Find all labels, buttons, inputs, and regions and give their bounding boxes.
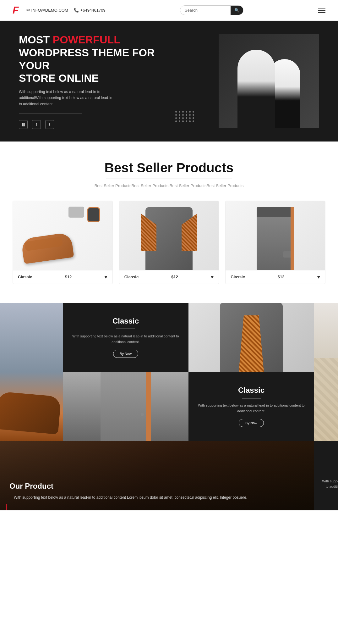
classic3-desc: With supporting text below as a natural … <box>322 479 338 490</box>
phone-icon: 📞 <box>74 8 79 13</box>
header: F ✉ INFO@DEMO.COM 📞 +6494461709 🔍 <box>0 0 338 21</box>
product-footer-shoes: Classic $12 ♥ <box>13 270 112 284</box>
collage-shoe-left <box>0 391 61 434</box>
pants-belt <box>291 207 294 270</box>
collage-classic-3: Classic With supporting text below as a … <box>314 441 338 510</box>
collage-cell-light <box>314 303 338 441</box>
email-contact: ✉ INFO@DEMO.COM <box>26 8 68 13</box>
hero-title-line3: STORE ONLINE <box>19 72 99 84</box>
hero-title: MOST POWERFULL WORDPRESS THEME FOR YOUR … <box>19 33 169 85</box>
hero-section: MOST POWERFULL WORDPRESS THEME FOR YOUR … <box>0 21 338 142</box>
phone-text: +6494461709 <box>80 8 106 13</box>
hamburger-menu[interactable] <box>318 8 325 13</box>
search-input[interactable] <box>180 6 231 14</box>
product-name-jacket: Classic <box>124 275 139 279</box>
product-image-shoes <box>13 201 112 270</box>
collage-our-product: Our Product With supporting text below a… <box>0 441 314 510</box>
watch-decoration <box>87 207 100 222</box>
products-grid: Classic $12 ♥ Classic $12 ♥ <box>13 201 325 284</box>
classic2-desc: With supporting text below as a natural … <box>196 403 307 414</box>
hero-image-area <box>169 34 319 128</box>
facebook-icon[interactable]: f <box>32 120 41 129</box>
jeans-denim <box>0 303 63 353</box>
hero-title-line2: WORDPRESS THEME FOR YOUR <box>19 47 155 71</box>
product-card-pants: Classic $12 ♥ <box>225 201 325 284</box>
email-text: INFO@DEMO.COM <box>31 8 68 13</box>
dots-pattern <box>175 111 194 122</box>
collage-cell-pants <box>63 372 188 441</box>
collage-pants-belt <box>146 372 151 441</box>
our-product-desc: With supporting text below as a natural … <box>14 494 305 501</box>
person-male <box>237 50 275 128</box>
hero-divider <box>19 114 82 114</box>
search-button[interactable]: 🔍 <box>231 6 243 15</box>
shoe-decoration <box>21 232 74 264</box>
classic2-divider <box>242 398 261 398</box>
collage-pants-button <box>141 413 144 416</box>
collage-pants-shape <box>101 372 151 441</box>
best-seller-title: Best Seller Products <box>13 160 325 175</box>
collage-cell-jacket <box>188 303 314 372</box>
email-icon: ✉ <box>26 8 30 13</box>
pants-waist <box>257 207 294 217</box>
product-footer-pants: Classic $12 ♥ <box>226 270 325 284</box>
hamburger-line-2 <box>318 10 325 11</box>
product-price-pants: $12 <box>278 275 285 279</box>
hero-people-image <box>219 34 319 128</box>
phone-contact: 📞 +6494461709 <box>74 8 106 13</box>
product-name-pants: Classic <box>231 275 245 279</box>
product-card-jacket: Classic $12 ♥ <box>119 201 219 284</box>
hamburger-line-1 <box>318 8 325 8</box>
collage-section: Classic With supporting text below as a … <box>0 303 338 510</box>
socks-decoration <box>68 207 84 218</box>
product-price-jacket: $12 <box>171 275 178 279</box>
classic1-divider <box>116 329 135 329</box>
contact-info: ✉ INFO@DEMO.COM 📞 +6494461709 <box>26 8 106 13</box>
best-seller-section: Best Seller Products Best Seller Product… <box>0 142 338 297</box>
section-subtitle: Best Seller ProductsBest Seller Products… <box>13 183 325 188</box>
classic1-button[interactable]: By Now <box>113 350 138 358</box>
favorite-icon-shoes[interactable]: ♥ <box>104 274 107 280</box>
product-price-shoes: $12 <box>65 275 72 279</box>
collage-classic-2: Classic With supporting text below as a … <box>188 372 314 441</box>
product-name-shoes: Classic <box>18 275 32 279</box>
hero-content: MOST POWERFULL WORDPRESS THEME FOR YOUR … <box>19 33 169 129</box>
favorite-icon-pants[interactable]: ♥ <box>317 274 320 280</box>
hamburger-line-3 <box>318 12 325 13</box>
our-product-content: Our Product With supporting text below a… <box>9 482 305 501</box>
collage-cell-jeans <box>0 303 63 441</box>
logo[interactable]: F <box>13 4 19 16</box>
product-card-shoes: Classic $12 ♥ <box>13 201 113 284</box>
header-left: F ✉ INFO@DEMO.COM 📞 +6494461709 <box>13 4 106 16</box>
product-footer-jacket: Classic $12 ♥ <box>119 270 219 284</box>
product-image-jacket <box>119 201 219 270</box>
our-product-bar <box>6 504 7 510</box>
classic2-title: Classic <box>238 386 264 395</box>
favorite-icon-jacket[interactable]: ♥ <box>211 274 214 280</box>
classic1-title: Classic <box>112 317 139 325</box>
search-bar[interactable]: 🔍 <box>180 5 243 15</box>
twitter-icon[interactable]: t <box>45 120 54 129</box>
hero-highlight: POWERFULL <box>53 34 120 46</box>
classic1-desc: With supporting text below as a natural … <box>70 334 181 345</box>
pants-shape <box>257 207 294 270</box>
instagram-icon[interactable]: ▦ <box>19 120 28 129</box>
product-image-pants <box>226 201 325 270</box>
hero-description: With supporting text below as a natural … <box>19 89 113 107</box>
hero-socials: ▦ f t <box>19 120 169 129</box>
pants-pocket <box>283 251 291 258</box>
classic2-button[interactable]: By Now <box>239 419 264 427</box>
our-product-title: Our Product <box>9 482 305 491</box>
light-fabric <box>314 358 338 441</box>
collage-classic-1: Classic With supporting text below as a … <box>63 303 188 372</box>
hero-pretitle: MOST <box>19 34 50 46</box>
section-divider <box>106 179 232 179</box>
